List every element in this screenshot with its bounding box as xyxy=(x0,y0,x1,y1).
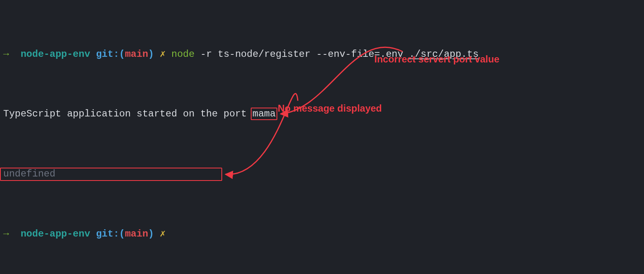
prompt-cwd: node-app-env xyxy=(21,49,90,60)
command-script-path: ./src/app.ts xyxy=(409,49,479,60)
prompt-arrow-icon: → xyxy=(3,49,9,60)
prompt-git-prefix: git:( xyxy=(96,228,125,239)
command-args: -r ts-node/register --env-file=.env xyxy=(200,49,409,60)
prompt-git-suffix: ) xyxy=(148,49,154,60)
prompt-dirty-icon: ✗ xyxy=(160,49,165,60)
prompt-dirty-icon: ✗ xyxy=(160,228,165,239)
prompt-arrow-icon: → xyxy=(3,228,9,239)
terminal-window[interactable]: → node-app-env git:(main) ✗ node -r ts-n… xyxy=(0,0,644,274)
prompt-git-suffix: ) xyxy=(148,228,154,239)
prompt-cwd: node-app-env xyxy=(21,228,90,239)
prompt-line-2[interactable]: → node-app-env git:(main) ✗ xyxy=(3,226,641,241)
prompt-line-1: → node-app-env git:(main) ✗ node -r ts-n… xyxy=(3,47,641,62)
stdout-undefined-value: undefined xyxy=(3,168,56,179)
command-name: node xyxy=(171,49,195,60)
stdout-message-prefix: TypeScript application started on the po… xyxy=(3,108,252,119)
prompt-git-branch: main xyxy=(125,49,148,60)
stdout-line-1: TypeScript application started on the po… xyxy=(3,106,641,121)
stdout-port-value: mama xyxy=(252,108,276,119)
prompt-git-branch: main xyxy=(125,228,148,239)
prompt-git-prefix: git:( xyxy=(96,49,125,60)
stdout-line-2: undefined xyxy=(3,166,641,181)
